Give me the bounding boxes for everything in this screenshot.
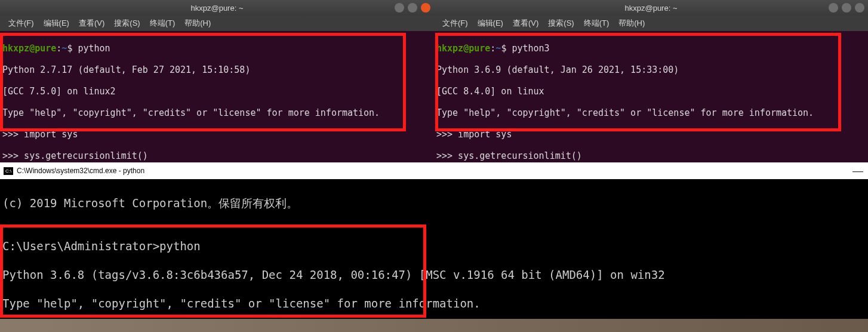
prompt-user: hkxpz@pure (436, 43, 490, 54)
menu-view[interactable]: 查看(V) (509, 17, 542, 30)
window-title: hkxpz@pure: ~ (434, 4, 868, 13)
output-line: Type "help", "copyright", "credits" or "… (2, 296, 866, 311)
prompt-colon: : (490, 43, 495, 54)
menu-file[interactable]: 文件(F) (439, 17, 472, 30)
linux-terminal-right: hkxpz@pure: ~ 文件(F) 编辑(E) 查看(V) 搜索(S) 终端… (434, 0, 868, 162)
menu-search[interactable]: 搜索(S) (110, 17, 143, 30)
menu-help[interactable]: 帮助(H) (181, 17, 214, 30)
repl-line: >>> import sys (2, 129, 432, 140)
menubar-left: 文件(F) 编辑(E) 查看(V) 搜索(S) 终端(T) 帮助(H) (0, 16, 434, 31)
cmd-icon: C:\ (4, 167, 13, 175)
titlebar-left[interactable]: hkxpz@pure: ~ (0, 0, 434, 16)
cmd-titlebar[interactable]: C:\ C:\Windows\system32\cmd.exe - python… (0, 162, 868, 179)
minimize-button[interactable]: — (852, 165, 863, 177)
menu-search[interactable]: 搜索(S) (544, 17, 577, 30)
repl-line: >>> import sys (436, 129, 866, 140)
linux-terminal-left: hkxpz@pure: ~ 文件(F) 编辑(E) 查看(V) 搜索(S) 终端… (0, 0, 434, 162)
output-line: [GCC 8.4.0] on linux (436, 86, 866, 97)
menu-view[interactable]: 查看(V) (75, 17, 108, 30)
menu-terminal[interactable]: 终端(T) (146, 17, 179, 30)
command: python3 (512, 43, 549, 54)
cmd-window: C:\ C:\Windows\system32\cmd.exe - python… (0, 162, 868, 332)
window-title: hkxpz@pure: ~ (0, 4, 434, 13)
maximize-button[interactable] (408, 3, 417, 13)
output-line: Python 3.6.9 (default, Jan 26 2021, 15:3… (436, 64, 866, 75)
titlebar-right[interactable]: hkxpz@pure: ~ (434, 0, 868, 16)
menu-terminal[interactable]: 终端(T) (580, 17, 613, 30)
menu-file[interactable]: 文件(F) (5, 17, 38, 30)
output-line: Type "help", "copyright", "credits" or "… (2, 107, 432, 118)
prompt-colon: : (56, 43, 61, 54)
menu-edit[interactable]: 编辑(E) (474, 17, 507, 30)
prompt-end: $ (67, 43, 78, 54)
command: python (78, 43, 110, 54)
close-button[interactable] (421, 3, 430, 13)
menu-help[interactable]: 帮助(H) (615, 17, 648, 30)
output-line: (c) 2019 Microsoft Corporation。保留所有权利。 (2, 196, 866, 210)
minimize-button[interactable] (829, 3, 838, 13)
menu-edit[interactable]: 编辑(E) (40, 17, 73, 30)
prompt-user: hkxpz@pure (2, 43, 56, 54)
repl-line: >>> sys.getrecursionlimit() (2, 150, 432, 161)
prompt-end: $ (501, 43, 512, 54)
output-line: C:\Users\Administrator>python (2, 239, 866, 253)
maximize-button[interactable] (842, 3, 851, 13)
minimize-button[interactable] (395, 3, 404, 13)
bottom-background (0, 319, 868, 332)
output-line: [GCC 7.5.0] on linux2 (2, 86, 432, 97)
output-line: Type "help", "copyright", "credits" or "… (436, 107, 866, 118)
output-line: Python 3.6.8 (tags/v3.6.8:3c6b436a57, De… (2, 268, 866, 282)
menubar-right: 文件(F) 编辑(E) 查看(V) 搜索(S) 终端(T) 帮助(H) (434, 16, 868, 31)
repl-line: >>> sys.getrecursionlimit() (436, 150, 866, 161)
output-line: Python 2.7.17 (default, Feb 27 2021, 15:… (2, 64, 432, 75)
cmd-output[interactable]: (c) 2019 Microsoft Corporation。保留所有权利。 C… (0, 179, 868, 332)
close-button[interactable] (855, 3, 864, 13)
cmd-title: C:\Windows\system32\cmd.exe - python (17, 167, 144, 175)
